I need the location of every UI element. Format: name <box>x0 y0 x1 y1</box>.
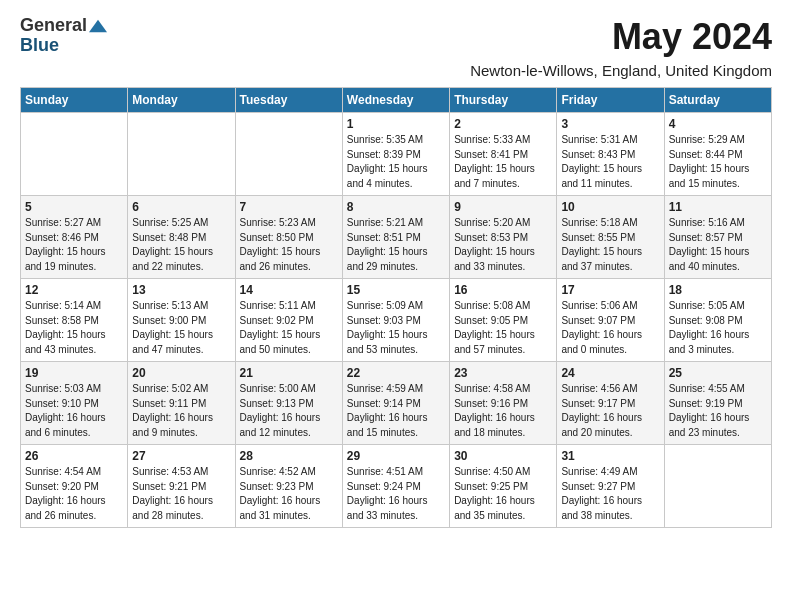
logo-general-text: General <box>20 16 87 36</box>
header-cell-friday: Friday <box>557 88 664 113</box>
day-cell: 9Sunrise: 5:20 AM Sunset: 8:53 PM Daylig… <box>450 196 557 279</box>
day-number: 30 <box>454 449 552 463</box>
day-number: 8 <box>347 200 445 214</box>
day-cell: 21Sunrise: 5:00 AM Sunset: 9:13 PM Dayli… <box>235 362 342 445</box>
header-cell-sunday: Sunday <box>21 88 128 113</box>
day-info: Sunrise: 5:33 AM Sunset: 8:41 PM Dayligh… <box>454 133 552 191</box>
day-cell: 7Sunrise: 5:23 AM Sunset: 8:50 PM Daylig… <box>235 196 342 279</box>
week-row-4: 19Sunrise: 5:03 AM Sunset: 9:10 PM Dayli… <box>21 362 772 445</box>
day-info: Sunrise: 4:50 AM Sunset: 9:25 PM Dayligh… <box>454 465 552 523</box>
week-row-2: 5Sunrise: 5:27 AM Sunset: 8:46 PM Daylig… <box>21 196 772 279</box>
day-number: 6 <box>132 200 230 214</box>
day-cell: 3Sunrise: 5:31 AM Sunset: 8:43 PM Daylig… <box>557 113 664 196</box>
day-cell: 11Sunrise: 5:16 AM Sunset: 8:57 PM Dayli… <box>664 196 771 279</box>
week-row-3: 12Sunrise: 5:14 AM Sunset: 8:58 PM Dayli… <box>21 279 772 362</box>
day-cell: 10Sunrise: 5:18 AM Sunset: 8:55 PM Dayli… <box>557 196 664 279</box>
day-cell: 15Sunrise: 5:09 AM Sunset: 9:03 PM Dayli… <box>342 279 449 362</box>
day-number: 5 <box>25 200 123 214</box>
day-cell: 24Sunrise: 4:56 AM Sunset: 9:17 PM Dayli… <box>557 362 664 445</box>
day-info: Sunrise: 5:29 AM Sunset: 8:44 PM Dayligh… <box>669 133 767 191</box>
day-cell <box>128 113 235 196</box>
logo: General Blue <box>20 16 107 56</box>
day-cell: 17Sunrise: 5:06 AM Sunset: 9:07 PM Dayli… <box>557 279 664 362</box>
day-cell: 20Sunrise: 5:02 AM Sunset: 9:11 PM Dayli… <box>128 362 235 445</box>
calendar-header: SundayMondayTuesdayWednesdayThursdayFrid… <box>21 88 772 113</box>
week-row-1: 1Sunrise: 5:35 AM Sunset: 8:39 PM Daylig… <box>21 113 772 196</box>
day-cell: 28Sunrise: 4:52 AM Sunset: 9:23 PM Dayli… <box>235 445 342 528</box>
day-number: 28 <box>240 449 338 463</box>
day-cell: 18Sunrise: 5:05 AM Sunset: 9:08 PM Dayli… <box>664 279 771 362</box>
day-number: 25 <box>669 366 767 380</box>
day-info: Sunrise: 5:25 AM Sunset: 8:48 PM Dayligh… <box>132 216 230 274</box>
day-number: 23 <box>454 366 552 380</box>
day-number: 17 <box>561 283 659 297</box>
title-block: May 2024 <box>612 16 772 58</box>
day-info: Sunrise: 5:21 AM Sunset: 8:51 PM Dayligh… <box>347 216 445 274</box>
day-number: 29 <box>347 449 445 463</box>
day-number: 21 <box>240 366 338 380</box>
day-info: Sunrise: 5:27 AM Sunset: 8:46 PM Dayligh… <box>25 216 123 274</box>
location-title: Newton-le-Willows, England, United Kingd… <box>20 62 772 79</box>
day-number: 20 <box>132 366 230 380</box>
day-info: Sunrise: 4:58 AM Sunset: 9:16 PM Dayligh… <box>454 382 552 440</box>
day-info: Sunrise: 4:53 AM Sunset: 9:21 PM Dayligh… <box>132 465 230 523</box>
day-info: Sunrise: 4:56 AM Sunset: 9:17 PM Dayligh… <box>561 382 659 440</box>
day-info: Sunrise: 5:31 AM Sunset: 8:43 PM Dayligh… <box>561 133 659 191</box>
day-cell: 31Sunrise: 4:49 AM Sunset: 9:27 PM Dayli… <box>557 445 664 528</box>
day-cell: 26Sunrise: 4:54 AM Sunset: 9:20 PM Dayli… <box>21 445 128 528</box>
day-cell: 19Sunrise: 5:03 AM Sunset: 9:10 PM Dayli… <box>21 362 128 445</box>
day-info: Sunrise: 5:18 AM Sunset: 8:55 PM Dayligh… <box>561 216 659 274</box>
day-number: 3 <box>561 117 659 131</box>
day-cell: 5Sunrise: 5:27 AM Sunset: 8:46 PM Daylig… <box>21 196 128 279</box>
day-info: Sunrise: 5:03 AM Sunset: 9:10 PM Dayligh… <box>25 382 123 440</box>
day-number: 2 <box>454 117 552 131</box>
day-info: Sunrise: 4:49 AM Sunset: 9:27 PM Dayligh… <box>561 465 659 523</box>
day-info: Sunrise: 5:20 AM Sunset: 8:53 PM Dayligh… <box>454 216 552 274</box>
day-cell: 13Sunrise: 5:13 AM Sunset: 9:00 PM Dayli… <box>128 279 235 362</box>
week-row-5: 26Sunrise: 4:54 AM Sunset: 9:20 PM Dayli… <box>21 445 772 528</box>
day-cell: 25Sunrise: 4:55 AM Sunset: 9:19 PM Dayli… <box>664 362 771 445</box>
day-number: 16 <box>454 283 552 297</box>
day-number: 13 <box>132 283 230 297</box>
day-number: 11 <box>669 200 767 214</box>
day-number: 26 <box>25 449 123 463</box>
day-number: 14 <box>240 283 338 297</box>
day-info: Sunrise: 5:00 AM Sunset: 9:13 PM Dayligh… <box>240 382 338 440</box>
svg-marker-0 <box>89 20 107 33</box>
day-cell: 27Sunrise: 4:53 AM Sunset: 9:21 PM Dayli… <box>128 445 235 528</box>
header-cell-tuesday: Tuesday <box>235 88 342 113</box>
day-number: 19 <box>25 366 123 380</box>
day-number: 22 <box>347 366 445 380</box>
day-info: Sunrise: 4:54 AM Sunset: 9:20 PM Dayligh… <box>25 465 123 523</box>
logo-icon <box>89 19 107 33</box>
day-number: 27 <box>132 449 230 463</box>
day-info: Sunrise: 5:08 AM Sunset: 9:05 PM Dayligh… <box>454 299 552 357</box>
calendar-body: 1Sunrise: 5:35 AM Sunset: 8:39 PM Daylig… <box>21 113 772 528</box>
day-info: Sunrise: 5:06 AM Sunset: 9:07 PM Dayligh… <box>561 299 659 357</box>
day-info: Sunrise: 4:59 AM Sunset: 9:14 PM Dayligh… <box>347 382 445 440</box>
day-info: Sunrise: 5:16 AM Sunset: 8:57 PM Dayligh… <box>669 216 767 274</box>
day-number: 31 <box>561 449 659 463</box>
day-info: Sunrise: 5:14 AM Sunset: 8:58 PM Dayligh… <box>25 299 123 357</box>
day-cell: 22Sunrise: 4:59 AM Sunset: 9:14 PM Dayli… <box>342 362 449 445</box>
calendar-table: SundayMondayTuesdayWednesdayThursdayFrid… <box>20 87 772 528</box>
day-number: 24 <box>561 366 659 380</box>
header-row: SundayMondayTuesdayWednesdayThursdayFrid… <box>21 88 772 113</box>
day-info: Sunrise: 5:05 AM Sunset: 9:08 PM Dayligh… <box>669 299 767 357</box>
header-cell-thursday: Thursday <box>450 88 557 113</box>
month-title: May 2024 <box>612 16 772 58</box>
day-number: 7 <box>240 200 338 214</box>
day-info: Sunrise: 4:52 AM Sunset: 9:23 PM Dayligh… <box>240 465 338 523</box>
day-info: Sunrise: 5:09 AM Sunset: 9:03 PM Dayligh… <box>347 299 445 357</box>
day-number: 12 <box>25 283 123 297</box>
day-number: 4 <box>669 117 767 131</box>
day-cell: 6Sunrise: 5:25 AM Sunset: 8:48 PM Daylig… <box>128 196 235 279</box>
day-cell: 2Sunrise: 5:33 AM Sunset: 8:41 PM Daylig… <box>450 113 557 196</box>
day-cell: 29Sunrise: 4:51 AM Sunset: 9:24 PM Dayli… <box>342 445 449 528</box>
day-cell <box>21 113 128 196</box>
day-number: 18 <box>669 283 767 297</box>
day-number: 9 <box>454 200 552 214</box>
day-cell: 4Sunrise: 5:29 AM Sunset: 8:44 PM Daylig… <box>664 113 771 196</box>
header: General Blue May 2024 <box>20 16 772 58</box>
day-info: Sunrise: 5:23 AM Sunset: 8:50 PM Dayligh… <box>240 216 338 274</box>
